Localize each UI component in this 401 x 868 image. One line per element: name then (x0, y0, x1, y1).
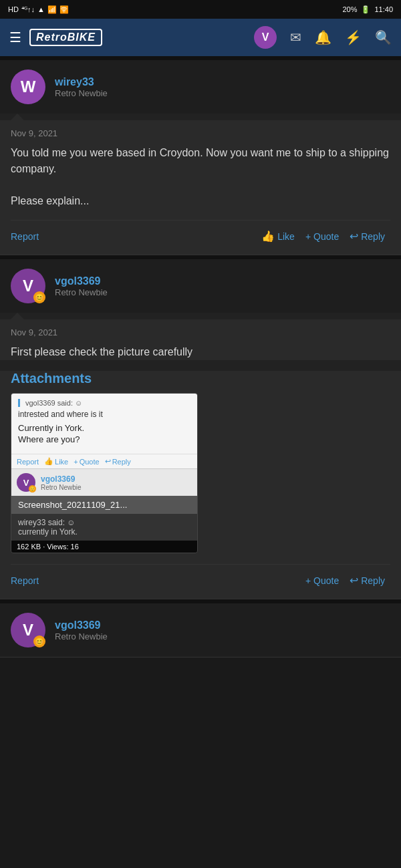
user-role-2: Retro Newbie (55, 287, 108, 297)
overlay-quote-text: currently in York. (18, 527, 190, 537)
user-info-3: vgol3369 Retro Newbie (55, 619, 108, 641)
username-3[interactable]: vgol3369 (55, 619, 108, 631)
avatar-vgol3369-3[interactable]: V 😊 (11, 613, 45, 647)
user-info-1: wirey33 Retro Newbie (55, 76, 108, 98)
attachments-section: Attachments vgol3369 said: ☺ intrested a… (0, 371, 401, 564)
quote-label-1: Quote (313, 231, 339, 242)
plus-icon-1: + (305, 231, 311, 242)
avatar-letter-v: V (23, 277, 33, 295)
attachment-quote-text: intrested and where is it (18, 410, 190, 419)
screenshot-meta: 162 KB · Views: 16 (11, 541, 197, 553)
search-icon[interactable]: 🔍 (375, 29, 392, 45)
post-date-1: Nov 9, 2021 (11, 128, 390, 138)
screenshot-overlay: wirey33 said: ☺ currently in York. (11, 514, 197, 541)
status-bar: HD ⁴ᴳ↑↓ ▲ 📶 🛜 20% 🔋 11:40 (0, 0, 401, 19)
signal-4g-icon: ⁴ᴳ↑↓ (21, 5, 35, 14)
avatar-wirey33[interactable]: W (11, 69, 45, 104)
att-plus-icon: + (74, 458, 78, 466)
navbar: ☰ RetroBIKE V ✉ 🔔 ⚡ 🔍 (0, 19, 401, 56)
post-arrow-2 (11, 313, 24, 319)
plus-icon-2: + (305, 575, 311, 586)
avatar-vgol3369[interactable]: V 😊 (11, 269, 45, 303)
overlay-quote: wirey33 said: ☺ (18, 518, 190, 527)
attachment-inner-content: vgol3369 said: ☺ intrested and where is … (11, 394, 197, 454)
post-date-2: Nov 9, 2021 (11, 327, 390, 337)
att-like-btn[interactable]: 👍 Like (44, 457, 68, 466)
post-body-2: Nov 9, 2021 First please check the pictu… (0, 319, 401, 360)
status-right: 20% 🔋 11:40 (342, 5, 393, 14)
clock: 11:40 (374, 5, 393, 13)
att-reply-btn[interactable]: ↩ Reply (105, 457, 131, 466)
post-arrow-1 (11, 114, 24, 120)
nested-post-header: V 😊 vgol3369 Retro Newbie (11, 468, 197, 496)
notifications-icon[interactable]: 🔔 (315, 29, 331, 45)
post-content-2: First please check the picture carefully (11, 344, 390, 360)
like-label-1: Like (277, 231, 295, 242)
att-report-btn[interactable]: Report (17, 458, 39, 466)
nested-avatar: V 😊 (17, 473, 35, 492)
like-button-1[interactable]: 👍 Like (256, 227, 300, 245)
username-2[interactable]: vgol3369 (55, 275, 108, 287)
attachment-inner-actions: Report 👍 Like + Quote ↩ Reply (11, 454, 197, 468)
user-role-1: Retro Newbie (55, 88, 108, 98)
post-body-2-footer: Report + Quote ↩ Reply (0, 564, 401, 599)
attachment-preview[interactable]: vgol3369 said: ☺ intrested and where is … (11, 393, 198, 553)
avatar-badge-v: 😊 (33, 291, 45, 303)
battery-percent: 20% (342, 5, 357, 13)
post-header-2: V 😊 vgol3369 Retro Newbie (0, 259, 401, 313)
avatar-letter-w: W (21, 78, 36, 96)
nested-avatar-badge: 😊 (29, 485, 36, 492)
nested-role: Retro Newbie (41, 484, 82, 491)
user-info-2: vgol3369 Retro Newbie (55, 275, 108, 297)
post-body-1: Nov 9, 2021 You told me you were based i… (0, 120, 401, 255)
reply-icon-1: ↩ (350, 230, 358, 243)
screenshot-filename: Screenshot_20211109_21... (18, 500, 127, 510)
like-icon-1: 👍 (261, 230, 275, 243)
username-1[interactable]: wirey33 (55, 76, 108, 88)
reply-button-2[interactable]: ↩ Reply (344, 571, 390, 589)
activity-icon[interactable]: ⚡ (345, 29, 362, 45)
reply-label-1: Reply (361, 231, 385, 242)
quote-button-2[interactable]: + Quote (300, 573, 344, 589)
quote-button-1[interactable]: + Quote (300, 229, 344, 245)
wifi-signal-icon: 🛜 (59, 5, 69, 14)
post-actions-1: Report 👍 Like + Quote ↩ Reply (11, 220, 390, 255)
reply-button-1[interactable]: ↩ Reply (344, 227, 390, 245)
reply-icon-2: ↩ (350, 574, 358, 587)
avatar-badge-v3: 😊 (33, 635, 45, 647)
messages-icon[interactable]: ✉ (290, 29, 301, 45)
hd-icon: HD (8, 5, 19, 13)
site-logo[interactable]: RetroBIKE (29, 29, 102, 46)
user-role-3: Retro Newbie (55, 631, 108, 641)
post-header-1: W wirey33 Retro Newbie (0, 60, 401, 114)
status-left: HD ⁴ᴳ↑↓ ▲ 📶 🛜 (8, 5, 69, 14)
att-quote-label: Quote (80, 458, 100, 466)
quote-label-2: Quote (313, 575, 339, 586)
report-button-1[interactable]: Report (11, 229, 44, 245)
att-like-icon: 👍 (44, 457, 53, 466)
att-reply-icon: ↩ (105, 457, 111, 466)
post-header-3: V 😊 vgol3369 Retro Newbie (0, 603, 401, 657)
nested-avatar-letter: V (23, 478, 29, 488)
avatar-letter: V (262, 31, 269, 43)
att-reply-label: Reply (112, 458, 131, 466)
nested-username[interactable]: vgol3369 (41, 474, 82, 484)
post-actions-2: Report + Quote ↩ Reply (11, 564, 390, 599)
att-like-label: Like (55, 458, 68, 466)
reply-label-2: Reply (361, 575, 385, 586)
attachments-title: Attachments (11, 371, 390, 386)
nested-user-info: vgol3369 Retro Newbie (41, 474, 82, 491)
attachment-body-2: Where are you? (18, 434, 190, 444)
attachment-quote-attribution: vgol3369 said: ☺ (18, 399, 190, 407)
post-card-2: V 😊 vgol3369 Retro Newbie Nov 9, 2021 Fi… (0, 259, 401, 599)
post-card-3: V 😊 vgol3369 Retro Newbie (0, 603, 401, 658)
hamburger-menu-button[interactable]: ☰ (9, 29, 21, 45)
att-quote-btn[interactable]: + Quote (74, 458, 99, 466)
avatar-letter-v3: V (23, 621, 33, 639)
post-card-1: W wirey33 Retro Newbie Nov 9, 2021 You t… (0, 60, 401, 255)
wifi-icon: ▲ (37, 5, 45, 13)
user-avatar-nav[interactable]: V (254, 26, 277, 49)
report-button-2[interactable]: Report (11, 573, 44, 589)
attachment-body-1: Currently in York. (18, 423, 190, 433)
logo-bike-text: BIKE (68, 31, 96, 43)
